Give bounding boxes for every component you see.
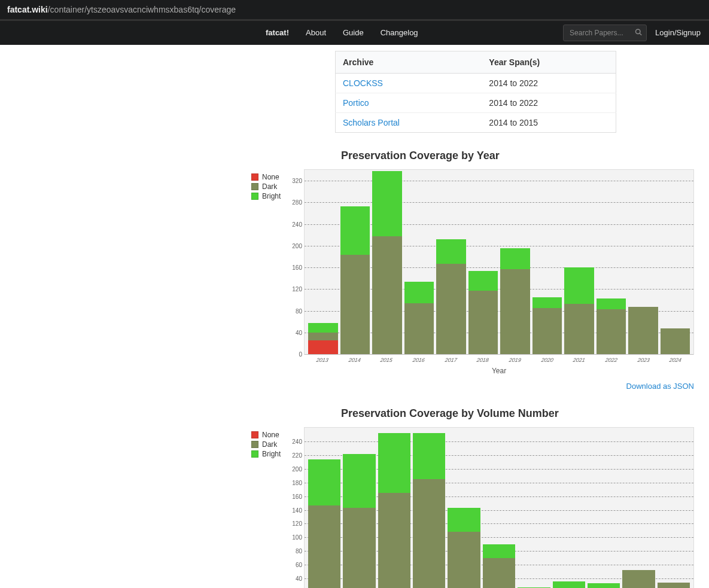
bar-segment-dark <box>372 236 402 354</box>
bar <box>413 428 445 588</box>
bar-segment-dark <box>436 264 466 354</box>
y-tick-label: 100 <box>288 534 302 541</box>
bar-segment-dark <box>483 558 515 588</box>
bar-segment-bright <box>500 248 530 269</box>
x-tick-label: 2021 <box>564 357 594 363</box>
bar <box>532 170 562 354</box>
x-axis-title: Year <box>304 367 694 375</box>
svg-point-0 <box>636 29 641 34</box>
y-tick-label: 280 <box>288 199 302 206</box>
legend-label: None <box>262 431 279 439</box>
archive-link[interactable]: Portico <box>343 98 369 108</box>
bar <box>483 428 515 588</box>
section-title-year: Preservation Coverage by Year <box>251 150 694 162</box>
bar-segment-dark <box>622 570 655 588</box>
y-tick-label: 180 <box>288 479 302 486</box>
x-tick-label: 2024 <box>661 357 691 363</box>
bar-segment-bright <box>483 544 515 558</box>
bar-segment-bright <box>308 459 340 505</box>
table-row: Portico2014 to 2022 <box>336 93 616 113</box>
bar-segment-dark <box>340 255 370 354</box>
bar-segment-none <box>308 340 338 354</box>
bar <box>518 428 550 588</box>
bar <box>661 170 690 354</box>
bar <box>436 170 466 354</box>
y-tick-label: 200 <box>288 465 302 472</box>
legend-swatch <box>251 173 258 181</box>
archive-table: Archive Year Span(s) CLOCKSS2014 to 2022… <box>335 51 616 133</box>
nav-about[interactable]: About <box>297 21 334 45</box>
bar-segment-bright <box>553 581 585 588</box>
bar-segment-bright <box>340 206 370 255</box>
nav-changelog[interactable]: Changelog <box>372 21 427 45</box>
legend-swatch <box>251 183 258 190</box>
url-bar: fatcat.wiki/container/ytszeoavsvacnciwhm… <box>0 0 709 21</box>
bar-segment-bright <box>413 433 445 479</box>
legend-label: Bright <box>262 450 281 458</box>
bar <box>628 170 658 354</box>
x-tick-label: 2019 <box>500 357 530 363</box>
bar-segment-bright <box>564 267 594 304</box>
y-tick-label: 120 <box>288 520 302 527</box>
bar-segment-bright <box>532 297 562 308</box>
y-tick-label: 220 <box>288 452 302 458</box>
download-json-link[interactable]: Download as JSON <box>626 382 694 391</box>
y-tick-label: 240 <box>288 221 302 227</box>
x-tick-label: 2013 <box>307 357 337 363</box>
archive-span: 2014 to 2022 <box>482 93 616 113</box>
y-tick-label: 60 <box>288 562 302 568</box>
x-tick-label: 2023 <box>628 357 659 363</box>
bar-segment-bright <box>436 239 466 264</box>
bar-segment-dark <box>404 303 434 354</box>
archive-link[interactable]: Scholars Portal <box>343 118 400 127</box>
bar-segment-dark <box>628 307 658 354</box>
chart-volume-wrap: NoneDarkBright 0204060801001201401601802… <box>251 427 694 588</box>
y-tick-label: 120 <box>288 286 302 293</box>
legend-label: Dark <box>262 440 277 449</box>
nav-guide[interactable]: Guide <box>334 21 372 45</box>
search-wrap <box>563 25 647 41</box>
bar <box>468 170 498 354</box>
bar <box>448 428 480 588</box>
col-archive: Archive <box>336 51 482 74</box>
chart-year: 04080120160200240280320 2013201420152016… <box>304 169 694 375</box>
table-row: CLOCKSS2014 to 2022 <box>336 74 616 93</box>
legend-label: None <box>262 173 279 181</box>
bar-segment-dark <box>532 308 562 354</box>
search-input[interactable] <box>563 25 647 41</box>
login-link[interactable]: Login/Signup <box>653 21 709 45</box>
y-tick-label: 160 <box>288 264 302 271</box>
nav-brand[interactable]: fatcat! <box>257 21 297 45</box>
url-path: /container/ytszeoavsvacnciwhmsxbas6tq/co… <box>48 5 236 14</box>
bar-segment-dark <box>378 493 410 588</box>
legend-swatch <box>251 193 258 200</box>
url-host: fatcat.wiki <box>7 5 48 14</box>
bar <box>343 428 375 588</box>
legend-label: Dark <box>262 182 277 191</box>
bar-segment-dark <box>308 505 340 588</box>
bar-segment-bright <box>404 282 434 303</box>
y-tick-label: 240 <box>288 438 302 444</box>
bar-segment-dark <box>658 583 690 588</box>
bar-segment-bright <box>588 583 620 588</box>
x-tick-label: 2018 <box>467 357 498 363</box>
archive-span: 2014 to 2022 <box>482 74 616 93</box>
bar-segment-dark <box>468 291 498 354</box>
bar-segment-dark <box>500 269 530 354</box>
bar <box>564 170 594 354</box>
bar-segment-dark <box>448 532 480 588</box>
bar-segment-dark <box>308 333 338 341</box>
legend-swatch <box>251 441 258 448</box>
bar-segment-dark <box>661 328 690 354</box>
archive-link[interactable]: CLOCKSS <box>343 78 383 88</box>
bar-segment-bright <box>378 433 410 493</box>
bar-segment-bright <box>597 298 626 309</box>
x-tick-label: 2017 <box>436 357 466 363</box>
bar-segment-bright <box>343 454 375 508</box>
svg-line-1 <box>640 33 641 35</box>
bar-segment-bright <box>448 508 480 532</box>
legend-swatch <box>251 431 258 438</box>
search-icon[interactable] <box>635 29 642 38</box>
bar-segment-dark <box>413 479 445 588</box>
legend-label: Bright <box>262 192 281 200</box>
